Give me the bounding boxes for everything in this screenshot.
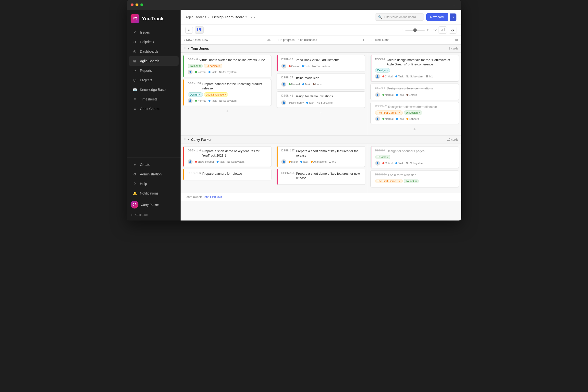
sidebar-item-dashboards[interactable]: ◎ Dashboards [128,47,178,56]
sidebar-item-issues[interactable]: ✓ Issues [128,28,178,37]
svg-rect-0 [197,28,198,31]
sidebar-item-timesheets[interactable]: ≡ Timesheets [128,94,178,104]
add-card-button-inprogress-tom[interactable]: + [276,110,365,117]
close-button[interactable] [130,4,134,6]
sidebar-logo[interactable]: YT YouTrack [127,12,180,28]
sidebar-item-reports[interactable]: ↗ Reports [128,66,178,75]
swimlane-col-fixed-tom: DSGN-2 Create design materials for the "… [368,53,461,136]
help-icon: ? [132,182,137,186]
sidebar-item-projects[interactable]: ⬡ Projects [128,76,178,85]
card-avatar: 👤 [188,70,192,74]
card-avatar: 👤 [281,100,286,105]
card-id: DSGN-136 [188,172,201,174]
maximize-button[interactable] [140,4,143,6]
card-tag[interactable]: Design × [188,92,203,97]
email-view-button[interactable]: ✉ [186,27,193,34]
app-name: YouTrack [142,16,164,22]
sidebar-item-administration[interactable]: ⚙ Administration [128,170,178,179]
meta-type: Task [396,162,404,165]
dashboards-icon: ◎ [132,49,137,54]
card-dsgn-168[interactable]: DSGN-168 Prepare banners for the upcomin… [183,79,272,106]
card-dsgn-22[interactable]: DSGN-22 Design for offline mode notifica… [370,102,459,124]
new-card-arrow-button[interactable]: ▾ [450,14,456,21]
sidebar-item-notifications[interactable]: 🔔 Notifications [128,189,178,198]
user-profile[interactable]: CP Carry Parker [127,198,180,211]
card-dsgn-137[interactable]: DSGN-137 Prepare a short demo of key fea… [276,146,365,167]
card-dsgn-146[interactable]: DSGN-146 Prepare a short demo of key fea… [183,146,272,167]
card-tag[interactable]: To look × [375,155,390,159]
card-dsgn-2[interactable]: DSGN-2 Create design materials for the "… [370,55,459,82]
sidebar-item-label: Knowledge Base [140,88,166,92]
meta-subsystem: No Subsystem [219,99,237,102]
board-view-button[interactable] [195,26,204,34]
board-footer: Board owner: Lena Pishkova [180,193,461,201]
new-card-button[interactable]: New card [426,13,448,21]
swimlane-chevron-icon[interactable]: ▾ [188,47,189,50]
breadcrumb-parent[interactable]: Agile Boards [186,15,206,19]
swimlane-col-new-tom: DSGN-8 Virtual booth sketch for the onli… [180,53,274,136]
card-dsgn-26[interactable]: DSGN-26 Login form redesign The First Ga… [370,170,459,188]
column-header-in-progress: ‹ In progress, To be discussed 11 [274,36,368,44]
card-title: Design for conference invitations [386,86,456,91]
col-count: 18 [455,38,458,42]
settings-button[interactable]: ⚙ [449,27,456,34]
col-arrow-icon: ‹ [184,38,185,42]
card-tag[interactable]: 2025.1 release × [204,92,228,97]
swimlane-body-tom-jones: DSGN-8 Virtual booth sketch for the onli… [180,53,461,136]
add-card-button-fixed-tom[interactable]: + [370,126,459,133]
sidebar-item-create[interactable]: ＋ Create [128,160,178,169]
size-slider[interactable] [405,30,425,30]
sidebar-item-agile-boards[interactable]: ⊞ Agile Boards [128,56,178,66]
collapse-button[interactable]: « Collapse [127,211,180,218]
meta-priority: Normal [382,117,394,120]
swimlane-card-count: 8 cards [449,47,458,50]
sidebar-nav: ✓ Issues ⊙ Helpdesk ◎ Dashboards ⊞ Agile… [127,28,180,158]
card-dsgn-4[interactable]: DSGN-4 Design for sponsors pages To look… [370,146,459,168]
swimlane-chevron-icon[interactable]: ▾ [188,138,189,141]
size-xl-label: XL [427,29,430,32]
card-tag[interactable]: UI Design × [404,110,422,115]
board-owner-link[interactable]: Lena Pishkova [203,195,222,199]
sidebar-item-help[interactable]: ? Help [128,179,178,188]
card-avatar: 👤 [375,74,380,79]
card-tag[interactable]: To look × [404,179,419,183]
swimlane-card-count: 19 cards [447,138,458,141]
card-dsgn-154[interactable]: DSGN-154 Prepare a short demo of key fea… [276,169,365,184]
board-view-icon [197,28,202,31]
card-dsgn-3[interactable]: DSGN-3 Design for conference invitations… [370,84,459,100]
card-id: DSGN-27 [281,76,293,79]
sidebar-item-helpdesk[interactable]: ⊙ Helpdesk [128,37,178,46]
card-tag[interactable]: The First Game... × [375,110,403,115]
card-tag[interactable]: The First Game... × [375,179,403,183]
minimize-button[interactable] [136,4,138,6]
card-id: DSGN-137 [281,149,294,152]
card-dsgn-15[interactable]: DSGN-15 Brand Book v.2023 adjustments 👤 … [276,55,365,71]
traffic-lights [130,4,143,6]
sidebar-item-knowledge-base[interactable]: 📖 Knowledge Base [128,85,178,94]
knowledge-base-icon: 📖 [132,88,137,92]
card-dsgn-136[interactable]: DSGN-136 Prepare banners for release [183,169,272,180]
card-avatar: 👤 [375,161,380,166]
search-box[interactable]: 🔍 Filter cards on the board [375,14,424,20]
issues-icon: ✓ [132,30,137,34]
svg-rect-3 [441,30,442,31]
col-header-title: In progress, To be discussed [280,38,317,42]
card-tag[interactable]: To look × [188,64,203,68]
card-dsgn-41[interactable]: DSGN-41 Design for demo invitations 👤 No… [276,92,365,108]
chart-button[interactable] [438,26,447,34]
card-tag[interactable]: To decide × [204,64,222,68]
add-card-button-new-tom[interactable]: + [183,108,272,115]
card-title: Prepare a short demo of key features for… [296,172,362,180]
breadcrumb-separator: / [208,15,209,19]
window-menu-icon[interactable]: ⋯ [452,2,458,8]
card-dsgn-27[interactable]: DSGN-27 Offline mode icon 👤 Normal Task … [276,73,365,90]
sidebar-item-gantt-charts[interactable]: ≡ Gantt Charts [128,104,178,114]
card-tag[interactable]: Design × [375,68,390,72]
card-title: Prepare a short demo of key features for… [296,149,362,158]
col-header-title: New, Open, New [186,38,208,42]
board-title[interactable]: Design Team Board ▾ [212,15,247,19]
more-options-icon[interactable]: ⋯ [251,14,255,20]
card-dsgn-8[interactable]: DSGN-8 Virtual booth sketch for the onli… [183,55,272,77]
create-icon: ＋ [132,162,137,167]
card-title: Brand Book v.2023 adjustments [294,58,362,62]
